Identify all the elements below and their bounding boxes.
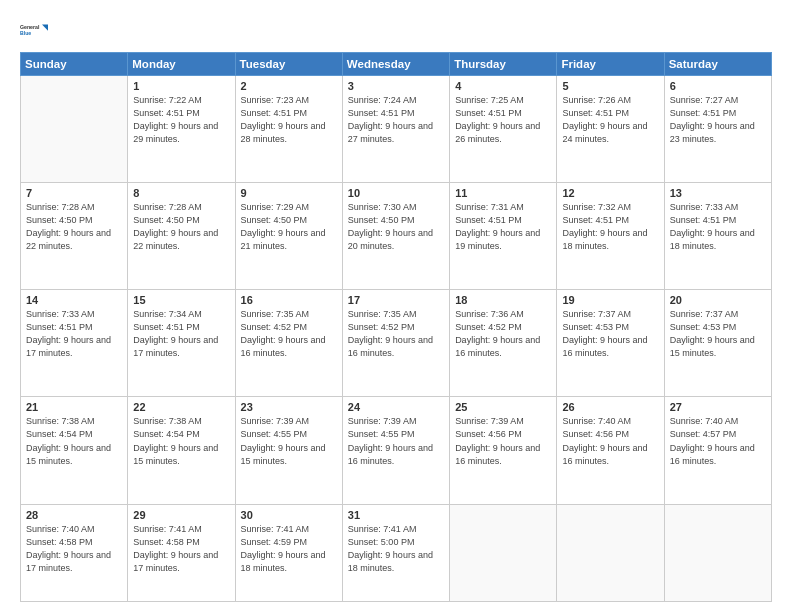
day-number: 27 [670, 401, 766, 413]
day-info: Sunrise: 7:28 AMSunset: 4:50 PMDaylight:… [26, 201, 122, 253]
calendar-cell: 28Sunrise: 7:40 AMSunset: 4:58 PMDayligh… [21, 504, 128, 601]
calendar-header-sunday: Sunday [21, 53, 128, 76]
day-number: 18 [455, 294, 551, 306]
calendar-header-thursday: Thursday [450, 53, 557, 76]
calendar-week-1: 1Sunrise: 7:22 AMSunset: 4:51 PMDaylight… [21, 76, 772, 183]
calendar-cell: 11Sunrise: 7:31 AMSunset: 4:51 PMDayligh… [450, 183, 557, 290]
calendar-cell: 20Sunrise: 7:37 AMSunset: 4:53 PMDayligh… [664, 290, 771, 397]
calendar-cell: 14Sunrise: 7:33 AMSunset: 4:51 PMDayligh… [21, 290, 128, 397]
calendar-cell: 3Sunrise: 7:24 AMSunset: 4:51 PMDaylight… [342, 76, 449, 183]
day-info: Sunrise: 7:35 AMSunset: 4:52 PMDaylight:… [241, 308, 337, 360]
calendar-cell [450, 504, 557, 601]
day-info: Sunrise: 7:23 AMSunset: 4:51 PMDaylight:… [241, 94, 337, 146]
calendar-cell: 4Sunrise: 7:25 AMSunset: 4:51 PMDaylight… [450, 76, 557, 183]
day-info: Sunrise: 7:41 AMSunset: 4:59 PMDaylight:… [241, 523, 337, 575]
day-info: Sunrise: 7:25 AMSunset: 4:51 PMDaylight:… [455, 94, 551, 146]
day-number: 11 [455, 187, 551, 199]
day-info: Sunrise: 7:40 AMSunset: 4:58 PMDaylight:… [26, 523, 122, 575]
calendar-cell: 5Sunrise: 7:26 AMSunset: 4:51 PMDaylight… [557, 76, 664, 183]
day-number: 8 [133, 187, 229, 199]
calendar-cell: 29Sunrise: 7:41 AMSunset: 4:58 PMDayligh… [128, 504, 235, 601]
day-number: 12 [562, 187, 658, 199]
day-info: Sunrise: 7:35 AMSunset: 4:52 PMDaylight:… [348, 308, 444, 360]
day-number: 15 [133, 294, 229, 306]
day-number: 19 [562, 294, 658, 306]
day-number: 13 [670, 187, 766, 199]
day-info: Sunrise: 7:39 AMSunset: 4:55 PMDaylight:… [348, 415, 444, 467]
day-info: Sunrise: 7:33 AMSunset: 4:51 PMDaylight:… [670, 201, 766, 253]
calendar-cell [664, 504, 771, 601]
calendar-cell: 6Sunrise: 7:27 AMSunset: 4:51 PMDaylight… [664, 76, 771, 183]
day-info: Sunrise: 7:33 AMSunset: 4:51 PMDaylight:… [26, 308, 122, 360]
calendar-cell: 8Sunrise: 7:28 AMSunset: 4:50 PMDaylight… [128, 183, 235, 290]
logo: GeneralBlue [20, 16, 48, 44]
day-number: 22 [133, 401, 229, 413]
day-number: 1 [133, 80, 229, 92]
day-number: 26 [562, 401, 658, 413]
calendar-cell: 27Sunrise: 7:40 AMSunset: 4:57 PMDayligh… [664, 397, 771, 504]
calendar-cell [557, 504, 664, 601]
calendar-cell: 15Sunrise: 7:34 AMSunset: 4:51 PMDayligh… [128, 290, 235, 397]
day-info: Sunrise: 7:41 AMSunset: 5:00 PMDaylight:… [348, 523, 444, 575]
calendar-cell: 21Sunrise: 7:38 AMSunset: 4:54 PMDayligh… [21, 397, 128, 504]
day-info: Sunrise: 7:24 AMSunset: 4:51 PMDaylight:… [348, 94, 444, 146]
calendar-cell [21, 76, 128, 183]
calendar-table: SundayMondayTuesdayWednesdayThursdayFrid… [20, 52, 772, 602]
day-info: Sunrise: 7:31 AMSunset: 4:51 PMDaylight:… [455, 201, 551, 253]
calendar-cell: 10Sunrise: 7:30 AMSunset: 4:50 PMDayligh… [342, 183, 449, 290]
day-number: 4 [455, 80, 551, 92]
svg-text:General: General [20, 24, 40, 30]
calendar-week-3: 14Sunrise: 7:33 AMSunset: 4:51 PMDayligh… [21, 290, 772, 397]
day-number: 23 [241, 401, 337, 413]
day-number: 30 [241, 509, 337, 521]
calendar-cell: 1Sunrise: 7:22 AMSunset: 4:51 PMDaylight… [128, 76, 235, 183]
day-number: 6 [670, 80, 766, 92]
day-number: 2 [241, 80, 337, 92]
day-number: 17 [348, 294, 444, 306]
calendar-week-4: 21Sunrise: 7:38 AMSunset: 4:54 PMDayligh… [21, 397, 772, 504]
day-info: Sunrise: 7:36 AMSunset: 4:52 PMDaylight:… [455, 308, 551, 360]
day-info: Sunrise: 7:34 AMSunset: 4:51 PMDaylight:… [133, 308, 229, 360]
calendar-cell: 26Sunrise: 7:40 AMSunset: 4:56 PMDayligh… [557, 397, 664, 504]
day-number: 3 [348, 80, 444, 92]
calendar-cell: 19Sunrise: 7:37 AMSunset: 4:53 PMDayligh… [557, 290, 664, 397]
calendar-cell: 9Sunrise: 7:29 AMSunset: 4:50 PMDaylight… [235, 183, 342, 290]
day-info: Sunrise: 7:26 AMSunset: 4:51 PMDaylight:… [562, 94, 658, 146]
day-info: Sunrise: 7:29 AMSunset: 4:50 PMDaylight:… [241, 201, 337, 253]
day-number: 29 [133, 509, 229, 521]
day-number: 7 [26, 187, 122, 199]
day-number: 24 [348, 401, 444, 413]
calendar-cell: 16Sunrise: 7:35 AMSunset: 4:52 PMDayligh… [235, 290, 342, 397]
calendar-cell: 7Sunrise: 7:28 AMSunset: 4:50 PMDaylight… [21, 183, 128, 290]
day-info: Sunrise: 7:38 AMSunset: 4:54 PMDaylight:… [133, 415, 229, 467]
day-info: Sunrise: 7:37 AMSunset: 4:53 PMDaylight:… [670, 308, 766, 360]
calendar-cell: 25Sunrise: 7:39 AMSunset: 4:56 PMDayligh… [450, 397, 557, 504]
day-number: 28 [26, 509, 122, 521]
day-number: 25 [455, 401, 551, 413]
calendar-header-row: SundayMondayTuesdayWednesdayThursdayFrid… [21, 53, 772, 76]
day-info: Sunrise: 7:39 AMSunset: 4:55 PMDaylight:… [241, 415, 337, 467]
calendar-cell: 31Sunrise: 7:41 AMSunset: 5:00 PMDayligh… [342, 504, 449, 601]
svg-text:Blue: Blue [20, 30, 31, 36]
calendar-cell: 17Sunrise: 7:35 AMSunset: 4:52 PMDayligh… [342, 290, 449, 397]
day-info: Sunrise: 7:39 AMSunset: 4:56 PMDaylight:… [455, 415, 551, 467]
calendar-cell: 13Sunrise: 7:33 AMSunset: 4:51 PMDayligh… [664, 183, 771, 290]
day-number: 20 [670, 294, 766, 306]
day-info: Sunrise: 7:30 AMSunset: 4:50 PMDaylight:… [348, 201, 444, 253]
day-number: 21 [26, 401, 122, 413]
calendar-header-saturday: Saturday [664, 53, 771, 76]
day-info: Sunrise: 7:32 AMSunset: 4:51 PMDaylight:… [562, 201, 658, 253]
page-container: GeneralBlue SundayMondayTuesdayWednesday… [0, 0, 792, 612]
day-info: Sunrise: 7:37 AMSunset: 4:53 PMDaylight:… [562, 308, 658, 360]
calendar-cell: 22Sunrise: 7:38 AMSunset: 4:54 PMDayligh… [128, 397, 235, 504]
day-info: Sunrise: 7:27 AMSunset: 4:51 PMDaylight:… [670, 94, 766, 146]
day-number: 14 [26, 294, 122, 306]
calendar-header-friday: Friday [557, 53, 664, 76]
day-number: 9 [241, 187, 337, 199]
logo-icon: GeneralBlue [20, 16, 48, 44]
calendar-cell: 23Sunrise: 7:39 AMSunset: 4:55 PMDayligh… [235, 397, 342, 504]
calendar-cell: 12Sunrise: 7:32 AMSunset: 4:51 PMDayligh… [557, 183, 664, 290]
day-number: 16 [241, 294, 337, 306]
calendar-header-wednesday: Wednesday [342, 53, 449, 76]
day-info: Sunrise: 7:40 AMSunset: 4:56 PMDaylight:… [562, 415, 658, 467]
